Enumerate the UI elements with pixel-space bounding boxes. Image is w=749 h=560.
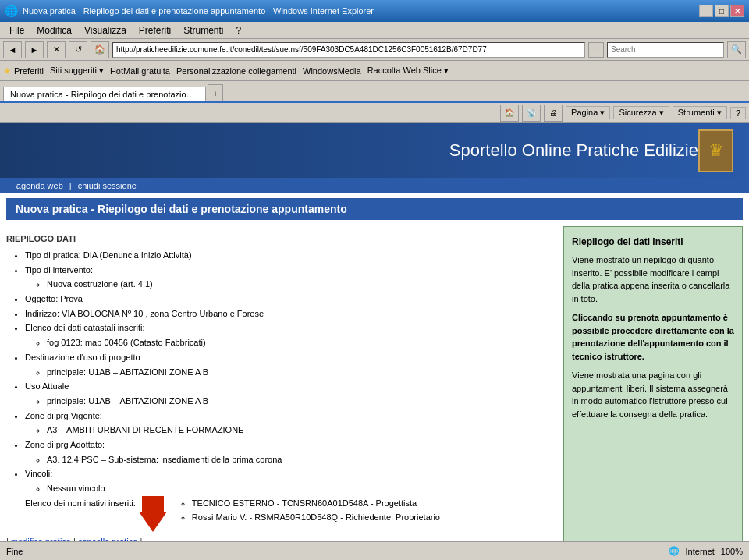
new-tab-button[interactable]: + bbox=[208, 84, 223, 101]
list-item: Vincoli: Nessun vincolo bbox=[25, 466, 556, 495]
list-item: Destinazione d'uso di progetto principal… bbox=[25, 350, 556, 379]
title-bar: 🌐 Nuova pratica - Riepilogo dei dati e p… bbox=[0, 0, 749, 22]
list-item: Elenco dei nominativi inseriti: TECNICO … bbox=[25, 496, 556, 532]
list-item: Zone di prg Vigente: A3 – AMBITI URBANI … bbox=[25, 409, 556, 438]
hotmail-link[interactable]: HotMail gratuita bbox=[110, 66, 170, 76]
raccolta-label: Raccolta Web Slice ▾ bbox=[367, 66, 449, 76]
cancella-pratica-link[interactable]: cancella pratica bbox=[78, 537, 137, 541]
favorites-star[interactable]: ★ Preferiti bbox=[3, 66, 44, 76]
refresh-button[interactable]: ↺ bbox=[69, 41, 87, 58]
print-btn[interactable]: 🖨 bbox=[544, 105, 563, 122]
search-go-button[interactable]: 🔍 bbox=[727, 41, 746, 58]
home-button[interactable]: 🏠 bbox=[91, 41, 109, 58]
content-area: Sportello Online Pratiche Edilizie ♛ | a… bbox=[0, 123, 749, 541]
site-header: Sportello Online Pratiche Edilizie ♛ bbox=[0, 123, 749, 178]
header-logo: ♛ bbox=[698, 129, 733, 172]
favorites-bar: ★ Preferiti Siti suggeriti ▾ HotMail gra… bbox=[0, 61, 749, 81]
red-arrow-icon-1 bbox=[139, 496, 167, 532]
agenda-web-link[interactable]: agenda web bbox=[16, 181, 63, 190]
list-subitem: principale: U1AB – ABITAZIONI ZONE A B bbox=[47, 365, 556, 380]
help-panel-text2-bold: Cliccando su prenota appuntamento è poss… bbox=[572, 313, 734, 361]
list-subitem: A3 – AMBITI URBANI DI RECENTE FORMAZIONE bbox=[47, 423, 556, 438]
pipe-sep-left: | bbox=[8, 181, 10, 190]
list-item: Elenco dei dati catastali inseriti: fog … bbox=[25, 321, 556, 349]
tab-label: Nuova pratica - Riepilogo dei dati e pre… bbox=[10, 90, 206, 99]
status-right: 🌐 Internet 100% bbox=[669, 546, 743, 556]
list-subitem: Nessun vincolo bbox=[47, 481, 556, 496]
personalizzazione-link[interactable]: Personalizzazione collegamenti bbox=[176, 66, 296, 76]
menu-modifica[interactable]: Modifica bbox=[30, 23, 78, 37]
back-button[interactable]: ◄ bbox=[3, 41, 22, 58]
pagina-button[interactable]: Pagina ▾ bbox=[566, 106, 610, 119]
suggested-sites[interactable]: Siti suggeriti ▾ bbox=[50, 66, 104, 76]
action-suffix: | bbox=[140, 537, 142, 541]
help-panel-text3: Viene mostrata una pagina con gli appunt… bbox=[572, 369, 734, 420]
close-button[interactable]: ✕ bbox=[730, 5, 744, 17]
action-links: | modifica pratica | cancella pratica | bbox=[6, 537, 556, 541]
strumenti-button[interactable]: Strumenti ▾ bbox=[673, 106, 727, 119]
address-input[interactable] bbox=[112, 42, 585, 58]
home-icon-btn[interactable]: 🏠 bbox=[500, 105, 519, 122]
main-content: RIEPILOGO DATI Tipo di pratica: DIA (Den… bbox=[0, 220, 749, 541]
riepilogo-data-list: Tipo di pratica: DIA (Denuncia Inizio At… bbox=[6, 248, 556, 532]
help-panel-text1: Viene mostrato un riepilogo di quanto in… bbox=[572, 253, 734, 305]
hotmail-label: HotMail gratuita bbox=[110, 66, 170, 76]
personalizzazione-label: Personalizzazione collegamenti bbox=[176, 66, 296, 76]
favorites-label: Preferiti bbox=[14, 66, 44, 76]
pipe-sep-right: | bbox=[143, 181, 145, 190]
help-panel-text2: Cliccando su prenota appuntamento è poss… bbox=[572, 311, 734, 363]
raccolta-link[interactable]: Raccolta Web Slice ▾ bbox=[367, 66, 449, 76]
menu-strumenti[interactable]: Strumenti bbox=[177, 23, 229, 37]
suggested-sites-label: Siti suggeriti ▾ bbox=[50, 66, 104, 76]
list-item: Zone di prg Adottato: A3. 12.4 PSC – Sub… bbox=[25, 438, 556, 466]
modifica-pratica-link[interactable]: modifica pratica bbox=[11, 537, 71, 541]
zone-globe-icon: 🌐 bbox=[669, 546, 680, 556]
status-bar: Fine 🌐 Internet 100% bbox=[0, 541, 749, 560]
address-bar: ◄ ► ✕ ↺ 🏠 → 🔍 bbox=[0, 39, 749, 61]
maximize-button[interactable]: □ bbox=[715, 5, 729, 17]
tab-bar: Nuova pratica - Riepilogo dei dati e pre… bbox=[0, 81, 749, 103]
minimize-button[interactable]: — bbox=[699, 5, 713, 17]
help-panel: Riepilogo dei dati inseriti Viene mostra… bbox=[563, 226, 743, 541]
list-subitem: Nuova costruzione (art. 4.1) bbox=[47, 277, 556, 292]
site-title: Sportello Online Pratiche Edilizie bbox=[449, 140, 698, 161]
forward-button[interactable]: ► bbox=[25, 41, 44, 58]
zoom-label: 100% bbox=[721, 547, 743, 556]
help-panel-title: Riepilogo dei dati inseriti bbox=[572, 235, 734, 249]
list-item: Tipo di intervento: Nuova costruzione (a… bbox=[25, 263, 556, 292]
stop-button[interactable]: ✕ bbox=[47, 41, 66, 58]
list-item: Uso Attuale principale: U1AB – ABITAZION… bbox=[25, 379, 556, 408]
windowsmedia-label: WindowsMedia bbox=[303, 66, 361, 76]
window-title: Nuova pratica - Riepilogo dei dati e pre… bbox=[23, 6, 374, 16]
sicurezza-button[interactable]: Sicurezza ▾ bbox=[613, 106, 669, 119]
status-text: Fine bbox=[6, 547, 661, 556]
star-icon: ★ bbox=[3, 66, 12, 76]
list-subitem: A3. 12.4 PSC – Sub-sistema: insediamenti… bbox=[47, 452, 556, 467]
svg-marker-0 bbox=[139, 496, 167, 532]
browser-icon: 🌐 bbox=[5, 5, 18, 17]
menu-help[interactable]: ? bbox=[230, 23, 248, 37]
list-subitem: Rossi Mario V. - RSMRA50R10D548Q - Richi… bbox=[192, 510, 440, 525]
search-input[interactable] bbox=[607, 42, 724, 58]
zone-label: Internet bbox=[686, 547, 715, 556]
left-panel: RIEPILOGO DATI Tipo di pratica: DIA (Den… bbox=[6, 226, 556, 541]
page-title: Nuova pratica - Riepilogo dei dati e pre… bbox=[6, 198, 743, 220]
go-button[interactable]: → bbox=[588, 42, 604, 58]
navigation-bar: | agenda web | chiudi sessione | bbox=[0, 178, 749, 193]
menu-file[interactable]: File bbox=[3, 23, 30, 37]
secondary-toolbar: 🏠 📡 🖨 Pagina ▾ Sicurezza ▾ Strumenti ▾ ? bbox=[0, 103, 749, 123]
active-tab[interactable]: Nuova pratica - Riepilogo dei dati e pre… bbox=[3, 87, 206, 101]
list-item: Oggetto: Prova bbox=[25, 292, 556, 307]
menu-visualizza[interactable]: Visualizza bbox=[78, 23, 133, 37]
list-subitem: TECNICO ESTERNO - TCNSRN60A01D548A - Pro… bbox=[192, 496, 440, 511]
rss-btn[interactable]: 📡 bbox=[522, 105, 541, 122]
list-item: Tipo di pratica: DIA (Denuncia Inizio At… bbox=[25, 248, 556, 263]
windowsmedia-link[interactable]: WindowsMedia bbox=[303, 66, 361, 76]
list-subitem: principale: U1AB – ABITAZIONI ZONE A B bbox=[47, 394, 556, 409]
pipe-sep-mid: | bbox=[69, 181, 72, 190]
crown-icon: ♛ bbox=[708, 140, 724, 161]
menu-preferiti[interactable]: Preferiti bbox=[133, 23, 177, 37]
help-button[interactable]: ? bbox=[730, 107, 746, 119]
chiudi-sessione-link[interactable]: chiudi sessione bbox=[78, 181, 137, 190]
riepilogo-section-label: RIEPILOGO DATI bbox=[6, 234, 556, 243]
